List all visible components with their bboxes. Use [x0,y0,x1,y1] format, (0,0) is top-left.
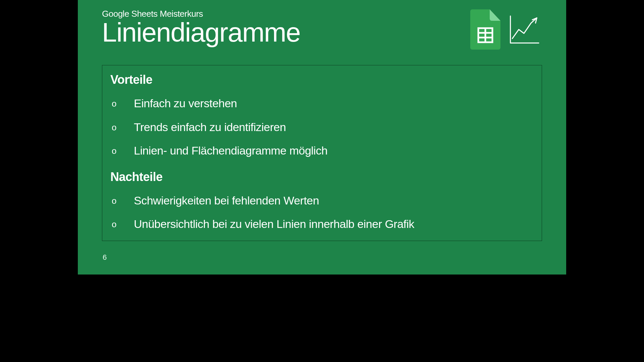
list-item: o Linien- und Flächendiagramme möglich [110,139,534,163]
line-chart-icon [508,13,540,46]
list-item-text: Einfach zu verstehen [134,96,237,111]
header-icons [470,9,540,50]
slide: Google Sheets Meisterkurs Liniendiagramm… [78,0,566,275]
content-box: Vorteile o Einfach zu verstehen o Trends… [102,65,542,241]
section-heading-disadvantages: Nachteile [110,170,534,184]
bullet-icon: o [110,98,118,109]
list-item-text: Schwierigkeiten bei fehlenden Werten [134,193,319,208]
bullet-icon: o [110,219,118,230]
list-item: o Unübersichtlich bei zu vielen Linien i… [110,212,534,236]
list-item-text: Linien- und Flächendiagramme möglich [134,143,327,158]
list-item: o Trends einfach zu identifizieren [110,115,534,139]
advantages-list: o Einfach zu verstehen o Trends einfach … [110,92,534,163]
list-item-text: Trends einfach zu identifizieren [134,120,286,134]
bullet-icon: o [110,122,118,133]
disadvantages-list: o Schwierigkeiten bei fehlenden Werten o… [110,189,534,236]
list-item: o Schwierigkeiten bei fehlenden Werten [110,189,534,213]
google-sheets-icon [470,9,500,50]
list-item: o Einfach zu verstehen [110,92,534,115]
bullet-icon: o [110,195,118,206]
list-item-text: Unübersichtlich bei zu vielen Linien inn… [134,217,414,231]
page-number: 6 [103,253,107,262]
section-heading-advantages: Vorteile [110,73,534,87]
bullet-icon: o [110,145,118,157]
